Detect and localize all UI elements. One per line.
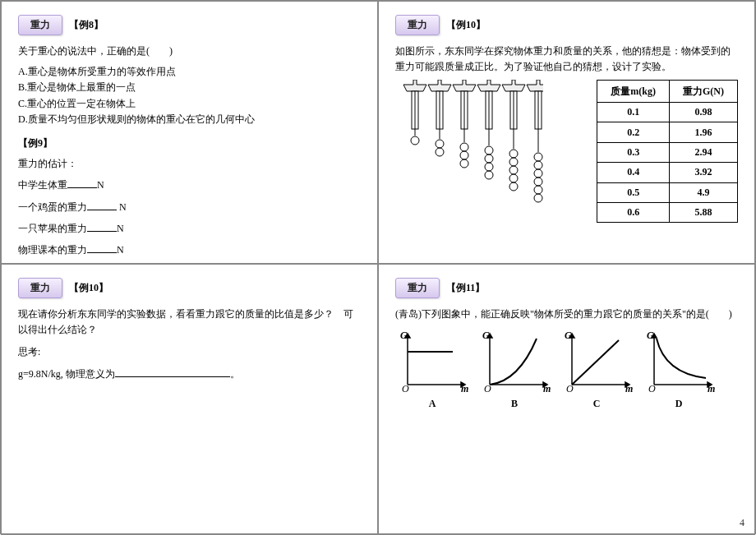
table-row: 0.10.98	[597, 102, 738, 122]
ex9-item-c: 一只苹果的重力N	[18, 220, 361, 237]
svg-point-19	[485, 155, 493, 163]
svg-text:O: O	[648, 383, 656, 393]
svg-point-18	[485, 146, 493, 155]
svg-point-12	[460, 143, 468, 151]
blank	[87, 199, 117, 210]
cell: 1.96	[670, 122, 738, 142]
svg-point-36	[534, 178, 542, 186]
table-row: 0.54.9	[597, 182, 738, 202]
blank	[67, 177, 97, 188]
ex8-opt-a: A.重心是物体所受重力的等效作用点	[18, 64, 361, 80]
spring-diagram	[395, 80, 543, 223]
ex11-label: 【例11】	[446, 281, 485, 295]
ex9-d-pre: 物理课本的重力	[18, 244, 87, 256]
svg-text:m: m	[708, 383, 715, 393]
svg-point-14	[460, 159, 468, 168]
cell: 0.98	[670, 102, 738, 122]
cell: 0.6	[597, 202, 670, 222]
graph-row: G O m A G O m B	[395, 327, 738, 410]
cell: 0.1	[597, 102, 670, 122]
page-number: 4	[740, 517, 744, 529]
ex10-text: 如图所示，东东同学在探究物体重力和质量的关系，他的猜想是：物体受到的重力可能跟质…	[395, 44, 738, 75]
svg-text:m: m	[461, 383, 468, 393]
data-table: 质量m(kg) 重力G(N) 0.10.98 0.21.96 0.32.94 0…	[597, 80, 738, 223]
svg-line-52	[572, 340, 619, 385]
ex8-opt-c: C.重心的位置一定在物体上	[18, 96, 361, 112]
ex10-label: 【例10】	[446, 18, 486, 32]
cell: 0.3	[597, 142, 670, 162]
ex9-a-pre: 中学生体重	[18, 179, 67, 191]
page-grid: 重力 【例8】 关于重心的说法中，正确的是( ) A.重心是物体所受重力的等效作…	[0, 0, 756, 534]
svg-point-8	[436, 148, 444, 156]
svg-text:O: O	[566, 383, 574, 393]
ex9-b-pre: 一个鸡蛋的重力	[18, 201, 87, 213]
svg-point-35	[534, 169, 542, 178]
panel-bottom-right: 重力 【例11】 (青岛)下列图象中，能正确反映"物体所受的重力跟它的质量的关系…	[378, 264, 755, 535]
topic-tag: 重力	[395, 15, 440, 35]
graph-c-label: C	[560, 398, 634, 410]
header-row: 重力 【例10】	[395, 15, 738, 35]
graph-c: G O m C	[560, 327, 634, 410]
table-row: 0.65.88	[597, 202, 738, 222]
think-line: g=9.8N/kg, 物理意义为。	[18, 366, 361, 382]
svg-text:O: O	[402, 383, 409, 393]
topic-tag: 重力	[18, 278, 62, 298]
content-row: 质量m(kg) 重力G(N) 0.10.98 0.21.96 0.32.94 0…	[395, 80, 738, 223]
svg-point-37	[534, 186, 542, 194]
blank	[87, 242, 117, 253]
svg-point-20	[485, 163, 493, 171]
svg-point-33	[534, 153, 542, 161]
svg-text:m: m	[543, 383, 551, 393]
svg-point-26	[509, 158, 518, 166]
svg-point-25	[509, 150, 518, 158]
br-question: (青岛)下列图象中，能正确反映"物体所受的重力跟它的质量的关系"的是( )	[395, 307, 738, 322]
cell: 0.2	[597, 122, 670, 142]
ex8-opt-b: B.重心是物体上最重的一点	[18, 80, 361, 95]
think-label: 思考:	[18, 344, 361, 360]
panel-bottom-left: 重力 【例10】 现在请你分析东东同学的实验数据，看看重力跟它的质量的比值是多少…	[1, 264, 378, 535]
ex9-label: 【例9】	[18, 136, 361, 151]
graph-d: G O m D	[642, 327, 716, 410]
graph-b: G O m B	[477, 327, 551, 410]
cell: 2.94	[670, 142, 738, 162]
svg-point-29	[509, 182, 518, 191]
svg-point-3	[411, 136, 419, 145]
bl-question: 现在请你分析东东同学的实验数据，看看重力跟它的质量的比值是多少？ 可以得出什么结…	[18, 307, 361, 338]
ex10-label: 【例10】	[69, 281, 108, 295]
svg-text:G: G	[565, 330, 572, 341]
blank-long	[115, 366, 230, 377]
ex9-item-b: 一个鸡蛋的重力 N	[18, 199, 361, 215]
svg-text:G: G	[400, 330, 408, 341]
header-row: 重力 【例11】	[395, 278, 738, 298]
ex9-a-unit: N	[97, 179, 104, 191]
th-weight: 重力G(N)	[670, 81, 738, 103]
svg-point-13	[460, 151, 468, 159]
think-suf: 。	[230, 368, 240, 380]
table-header-row: 质量m(kg) 重力G(N)	[597, 81, 738, 103]
graph-b-label: B	[477, 398, 551, 410]
header-row: 重力 【例8】	[18, 15, 361, 35]
ex9-item-d: 物理课本的重力N	[18, 242, 361, 258]
table-row: 0.43.92	[597, 163, 738, 182]
graph-a-label: A	[395, 398, 469, 410]
header-row: 重力 【例10】	[18, 278, 361, 298]
ex8-label: 【例8】	[69, 18, 104, 32]
svg-point-38	[534, 194, 542, 202]
svg-text:m: m	[625, 383, 633, 393]
panel-top-right: 重力 【例10】 如图所示，东东同学在探究物体重力和质量的关系，他的猜想是：物体…	[378, 1, 755, 264]
table-row: 0.21.96	[597, 122, 738, 142]
panel-top-left: 重力 【例8】 关于重心的说法中，正确的是( ) A.重心是物体所受重力的等效作…	[1, 1, 378, 264]
th-mass: 质量m(kg)	[597, 81, 670, 103]
svg-text:G: G	[482, 330, 490, 341]
svg-point-34	[534, 161, 542, 169]
topic-tag: 重力	[18, 15, 62, 35]
ex8-opt-d: D.质量不均匀但形状规则的物体的重心在它的几何中心	[18, 112, 361, 127]
svg-text:G: G	[647, 330, 654, 341]
svg-point-27	[509, 166, 518, 174]
cell: 5.88	[670, 202, 738, 222]
svg-point-7	[436, 140, 444, 148]
svg-point-21	[485, 171, 493, 179]
cell: 4.9	[670, 182, 738, 202]
ex9-c-unit: N	[117, 223, 124, 234]
svg-text:O: O	[484, 383, 491, 393]
